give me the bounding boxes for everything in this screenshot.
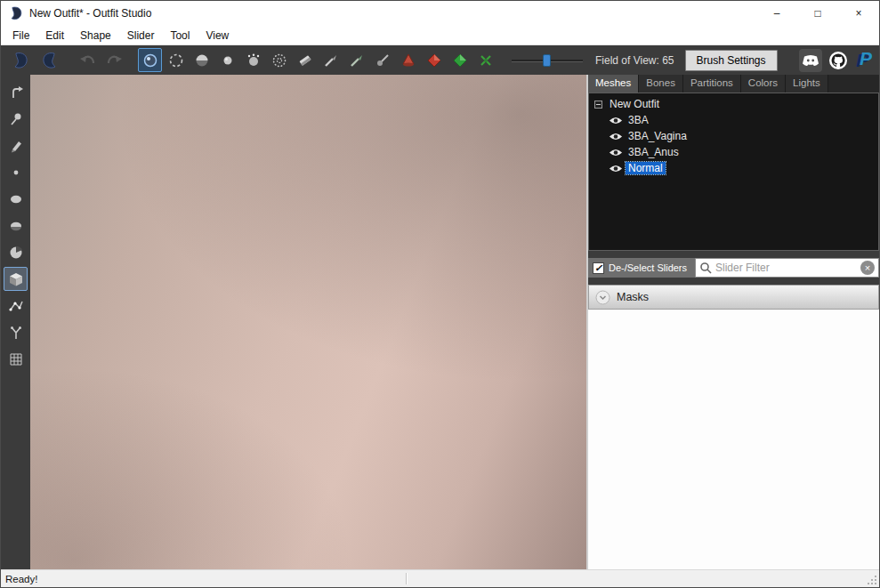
slider-filter-input[interactable] — [715, 262, 857, 274]
masks-label: Masks — [617, 291, 649, 303]
flip-edge-icon[interactable] — [422, 48, 446, 72]
masks-section-header[interactable]: Masks — [588, 285, 879, 310]
status-separator — [406, 573, 408, 584]
panel-gap — [588, 251, 879, 258]
tab-meshes[interactable]: Meshes — [588, 75, 639, 93]
tab-lights[interactable]: Lights — [786, 75, 828, 93]
outfit-studio-window: New Outfit* - Outfit Studio – □ × File E… — [0, 0, 880, 588]
maximize-button[interactable]: □ — [797, 1, 838, 26]
redo-icon[interactable] — [101, 48, 125, 72]
weight-brush-icon[interactable] — [319, 48, 343, 72]
clear-filter-icon[interactable]: × — [860, 261, 875, 275]
discord-icon[interactable] — [799, 49, 822, 72]
menu-view[interactable]: View — [198, 28, 237, 44]
left-toolbar — [1, 75, 30, 569]
visibility-eye-icon[interactable] — [609, 164, 623, 173]
search-icon — [699, 262, 712, 274]
field-of-view-label: Field of View: 65 — [595, 54, 674, 67]
undiff-brush-icon[interactable] — [267, 48, 291, 72]
statusbar: Ready! — [1, 569, 879, 587]
tree-item-label: 3BA_Anus — [626, 146, 682, 158]
tree-item-label-selected: Normal — [626, 162, 666, 174]
minimize-button[interactable]: – — [756, 1, 797, 26]
right-panel: Meshes Bones Partitions Colors Lights Ne… — [586, 75, 879, 569]
eraser-icon[interactable] — [293, 48, 317, 72]
brush-ellipse-icon[interactable] — [4, 187, 28, 211]
window-title: New Outfit* - Outfit Studio — [29, 7, 151, 20]
slider-filter-row: ✓ De-/Select Sliders × — [588, 258, 879, 278]
split-edge-icon[interactable] — [448, 48, 472, 72]
new-project-icon[interactable] — [6, 48, 34, 72]
move-vertex-icon[interactable] — [473, 48, 497, 72]
mask-brush-icon[interactable] — [138, 48, 162, 72]
slider-filter-box: × — [695, 258, 879, 278]
tab-bones[interactable]: Bones — [639, 75, 683, 93]
menu-edit[interactable]: Edit — [37, 28, 72, 44]
tree-root-label: New Outfit — [607, 98, 662, 110]
viewport-3d[interactable] — [30, 75, 586, 569]
tab-partitions[interactable]: Partitions — [683, 75, 741, 93]
main-toolbar: Field of View: 65 Brush Settings P P — [1, 45, 879, 75]
transform-handle-icon[interactable] — [4, 80, 28, 104]
collapse-icon[interactable] — [594, 101, 602, 109]
tab-colors[interactable]: Colors — [741, 75, 786, 93]
move-brush-icon[interactable] — [215, 48, 239, 72]
tree-item-3ba[interactable]: 3BA — [593, 112, 878, 128]
resize-grip[interactable] — [867, 575, 877, 585]
color-brush-icon[interactable] — [344, 48, 368, 72]
edge-tool-icon[interactable] — [4, 294, 28, 318]
brush-sphere-cut-icon[interactable] — [4, 240, 28, 264]
field-of-view-slider[interactable] — [512, 53, 583, 68]
tree-item-label: 3BA — [626, 114, 651, 126]
collision-cube-icon[interactable] — [4, 267, 28, 291]
menu-file[interactable]: File — [4, 28, 37, 44]
slider-handle[interactable] — [543, 54, 551, 67]
tree-item-3ba-anus[interactable]: 3BA_Anus — [593, 144, 878, 160]
menu-tool[interactable]: Tool — [162, 28, 198, 44]
brush-dot-small-icon[interactable] — [4, 160, 28, 184]
tree-item-3ba-vagina[interactable]: 3BA_Vagina — [593, 128, 878, 144]
menu-shape[interactable]: Shape — [72, 28, 119, 44]
main-area: Meshes Bones Partitions Colors Lights Ne… — [1, 75, 879, 569]
check-glyph: ✓ — [594, 262, 602, 274]
alpha-brush-icon[interactable] — [370, 48, 394, 72]
github-icon[interactable] — [827, 49, 850, 72]
brush-settings-button[interactable]: Brush Settings — [685, 50, 778, 71]
tree-item-normal[interactable]: Normal — [593, 160, 878, 176]
smooth-brush-icon[interactable] — [241, 48, 265, 72]
social-links: P P — [799, 49, 874, 72]
mesh-tree: New Outfit 3BA 3BA_Vagina 3BA_Anus Norma… — [588, 93, 879, 251]
visibility-eye-icon[interactable] — [609, 132, 623, 141]
branch-tool-icon[interactable] — [4, 320, 28, 344]
load-project-icon[interactable] — [36, 48, 63, 72]
undo-icon[interactable] — [76, 48, 100, 72]
menu-slider[interactable]: Slider — [119, 28, 163, 44]
deflate-brush-icon[interactable] — [190, 48, 214, 72]
pivot-pin-icon[interactable] — [4, 107, 28, 131]
visibility-eye-icon[interactable] — [609, 148, 623, 157]
tree-item-new-outfit[interactable]: New Outfit — [593, 96, 878, 112]
collapse-vertex-icon[interactable] — [396, 48, 420, 72]
inflate-brush-icon[interactable] — [164, 48, 188, 72]
status-message: Ready! — [1, 574, 37, 584]
vertex-edit-pencil-icon[interactable] — [4, 133, 28, 157]
visibility-eye-icon[interactable] — [609, 116, 623, 125]
brush-halfmoon-icon[interactable] — [4, 213, 28, 238]
paypal-p-front: P — [860, 47, 872, 70]
checkbox-icon[interactable]: ✓ — [593, 262, 604, 274]
deselect-sliders-toggle[interactable]: ✓ De-/Select Sliders — [588, 258, 695, 278]
menubar: File Edit Shape Slider Tool View — [1, 26, 879, 45]
grid-toggle-icon[interactable] — [4, 347, 28, 371]
app-icon — [8, 5, 24, 21]
tree-item-label: 3BA_Vagina — [626, 130, 690, 142]
window-controls: – □ × — [756, 1, 879, 26]
slider-list-area — [588, 310, 879, 569]
panel-tabs: Meshes Bones Partitions Colors Lights — [588, 75, 879, 93]
deselect-sliders-label: De-/Select Sliders — [609, 262, 687, 273]
panel-gap — [588, 278, 879, 285]
close-button[interactable]: × — [838, 1, 879, 26]
paypal-icon[interactable]: P P — [854, 49, 874, 72]
chevron-down-icon — [595, 290, 610, 305]
titlebar: New Outfit* - Outfit Studio – □ × — [1, 1, 879, 26]
